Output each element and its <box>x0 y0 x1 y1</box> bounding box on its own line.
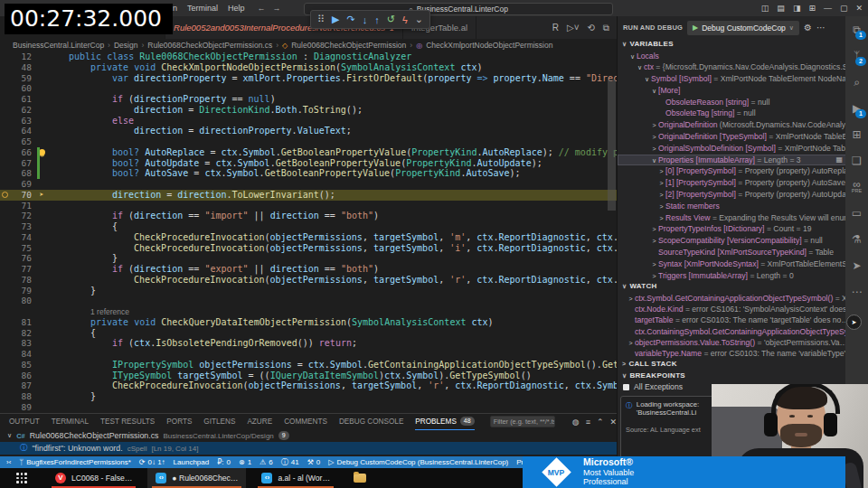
menu-item-terminal[interactable]: Terminal <box>187 4 218 13</box>
watch-row[interactable]: ctx.ContainingSymbol.GetContainingApplic… <box>618 326 846 337</box>
gutter-breakpoint[interactable] <box>0 360 10 371</box>
breadcrumb-item[interactable]: Design <box>114 41 137 50</box>
panel-tab-azure[interactable]: AZURE <box>247 414 272 429</box>
problems-file-group[interactable]: ∨ C# Rule0068CheckObjectPermission.cs Bu… <box>0 429 617 442</box>
preview-icon[interactable]: ▭ <box>845 200 868 226</box>
panel-tab-problems[interactable]: PROBLEMS48 <box>415 414 474 430</box>
gutter-breakpoint[interactable] <box>0 349 10 360</box>
more-actions-icon[interactable]: ⌄ <box>415 14 423 25</box>
variable-row[interactable]: >ScopeCompatibility [VersionCompatibilit… <box>618 235 846 247</box>
drag-handle-icon[interactable]: ⠿ <box>317 14 325 25</box>
code-line[interactable]: 66bool? AutoReplace = ctx.Symbol.GetBool… <box>0 147 617 158</box>
problems-filter-input[interactable]: Filter (e.g. text, **/*.ts, !**/n…▽ <box>490 416 555 427</box>
code-line[interactable]: 79} <box>0 286 617 296</box>
gutter-breakpoint[interactable] <box>0 94 10 105</box>
editor-action-icon[interactable]: ⟲ <box>587 23 594 33</box>
breadcrumb-item[interactable]: CheckXmlportNodeObjectPermission <box>426 41 552 50</box>
panel-tab-gitlens[interactable]: GITLENS <box>203 414 235 429</box>
restart-icon[interactable]: ↺ <box>387 14 395 25</box>
panel-action-icon[interactable]: ⌃ <box>597 418 604 427</box>
code-line[interactable]: 78CheckProcedureInvocation(objectPermiss… <box>0 275 617 286</box>
gutter-breakpoint[interactable] <box>0 253 10 264</box>
taskbar-vscode-2[interactable]: ‹›a.al - al (Wor… <box>253 468 338 488</box>
variable-row[interactable]: >Static members <box>618 201 846 212</box>
status-tasks[interactable]: ⚒0 <box>307 458 321 466</box>
breadcrumb-item[interactable]: BusinessCentral.LinterCop <box>13 41 104 50</box>
variable-row[interactable]: >[0] [PropertySymbol] = Property (proper… <box>618 165 846 177</box>
code-line[interactable]: 84 <box>0 349 617 360</box>
run-debug-icon[interactable]: ▶1 <box>845 95 868 121</box>
code-line[interactable]: 72if (direction == "import" || direction… <box>0 211 617 221</box>
test-explorer-icon[interactable]: ⚗ <box>845 226 868 252</box>
gutter-breakpoint[interactable] <box>0 328 10 339</box>
gutter-breakpoint[interactable] <box>0 136 10 147</box>
code-line[interactable]: 70➤direction = direction.ToLowerInvarian… <box>0 190 617 201</box>
gutter-breakpoint[interactable] <box>0 275 10 286</box>
layout-toggle-icon[interactable]: ◨ <box>793 4 801 13</box>
gutter-breakpoint[interactable] <box>0 116 10 127</box>
debug-config-dropdown[interactable]: ▶ Debug CustomCodeCop ∨ <box>687 21 799 35</box>
gutter-breakpoint[interactable] <box>0 168 10 179</box>
code-line[interactable]: 73{ <box>0 221 617 232</box>
code-line[interactable]: 64direction = directionProperty.ValueTex… <box>0 126 617 136</box>
code-line[interactable]: 59var directionProperty = xmlPort.Proper… <box>0 73 617 84</box>
variable-row[interactable]: ObsoleteReason [string] = null <box>618 97 846 108</box>
chat-icon[interactable]: ❏ <box>845 147 868 174</box>
panel-tab-debug-console[interactable]: DEBUG CONSOLE <box>339 414 403 429</box>
variable-row[interactable]: >Triggers [ImmutableArray] = Length = 0 <box>618 270 846 282</box>
section-call-stack[interactable]: >CALL STACK <box>618 359 846 371</box>
gutter-breakpoint[interactable] <box>0 190 10 201</box>
prettier-icon[interactable]: ∞PRE <box>845 174 868 200</box>
panel-tab-output[interactable]: OUTPUT <box>9 414 40 429</box>
variable-row[interactable]: >[2] [PropertySymbol] = Property (proper… <box>618 189 846 201</box>
variable-row[interactable]: SourceTypeKind [XmlPortSourceTypeKind] =… <box>618 247 846 258</box>
variable-row[interactable]: ∨Symbol [ISymbol] = XmlPortNode TableEle… <box>618 73 846 85</box>
code-line[interactable]: 77if (direction == "export" || direction… <box>0 264 617 275</box>
start-button[interactable] <box>16 473 27 483</box>
code-line[interactable]: 63else <box>0 116 617 127</box>
watch-row[interactable]: targetTable = error CS0103: The name 'ta… <box>618 314 846 325</box>
code-line[interactable]: 89 <box>0 402 617 413</box>
code-line[interactable]: 82{ <box>0 328 617 339</box>
panel-action-icon[interactable]: ◍ <box>572 418 580 427</box>
editor-action-icon[interactable]: ▷˅ <box>567 23 580 33</box>
gutter-breakpoint[interactable] <box>0 371 10 381</box>
code-line[interactable]: 87CheckProcedureInvocation(objectPermiss… <box>0 380 617 391</box>
status-sync-changes[interactable]: ⟳0↓ 1↑ <box>139 458 165 466</box>
layout-toggle-icon[interactable]: ◫ <box>761 4 769 13</box>
menu-item-help[interactable]: Help <box>228 4 245 13</box>
code-line[interactable]: 83if (ctx.IsObsoletePendingOrRemoved()) … <box>0 338 617 349</box>
code-line[interactable]: 69 <box>0 179 617 190</box>
nav-back-icon[interactable]: ← <box>257 4 265 13</box>
watch-row[interactable]: >ctx.Symbol.GetContainingApplicationObje… <box>618 293 846 304</box>
close-button[interactable]: ✕ <box>855 4 863 13</box>
editor-action-icon[interactable]: ⧉ <box>603 23 609 33</box>
notification-toast[interactable]: ⓘ Loading workspace: 'BusinessCentral.Li… <box>620 396 722 463</box>
watch-row[interactable]: ctx.Node.Kind = error CS1061: 'SymbolAna… <box>618 304 846 314</box>
code-line[interactable]: 74CheckProcedureInvocation(objectPermiss… <box>0 232 617 243</box>
variable-row[interactable]: ∨Properties [ImmutableArray] = Length = … <box>618 155 846 166</box>
breadcrumb-item[interactable]: Rule0068CheckObjectPermission.cs <box>147 41 272 50</box>
variable-row[interactable]: >OriginalDefinition [TypeSymbol] = XmlPo… <box>618 131 846 143</box>
gutter-breakpoint[interactable] <box>0 306 10 317</box>
section-watch[interactable]: ∨WATCH <box>618 281 846 293</box>
code-line[interactable]: 67bool? AutoUpdate = ctx.Symbol.GetBoole… <box>0 158 617 169</box>
code-line[interactable]: 76} <box>0 253 617 264</box>
minimize-button[interactable]: — <box>824 4 832 13</box>
maximize-button[interactable]: ▢ <box>840 4 848 13</box>
explorer-icon[interactable]: ⧉1 <box>845 16 868 42</box>
disconnect-icon[interactable]: ϟ <box>402 14 408 25</box>
gutter-breakpoint[interactable] <box>0 221 10 232</box>
panel-tab-comments[interactable]: COMMENTS <box>284 414 327 429</box>
gutter-breakpoint[interactable] <box>0 338 10 349</box>
gutter-breakpoint[interactable] <box>0 380 10 391</box>
code-line[interactable]: 12public class Rule0068CheckObjectPermis… <box>0 52 617 62</box>
gutter-breakpoint[interactable] <box>0 73 10 84</box>
layout-toggle-icon[interactable]: ⊞ <box>808 4 816 13</box>
gutter-breakpoint[interactable] <box>0 158 10 169</box>
status-infos[interactable]: ⓘ41 <box>281 457 299 467</box>
editor-scrollbar[interactable] <box>608 80 616 211</box>
status-launchpad[interactable]: Launchpad <box>174 458 210 466</box>
status-git-branch[interactable]: ᛘBugfixesForIndirectPermissions* <box>19 458 130 466</box>
code-line[interactable]: 80 <box>0 296 617 306</box>
